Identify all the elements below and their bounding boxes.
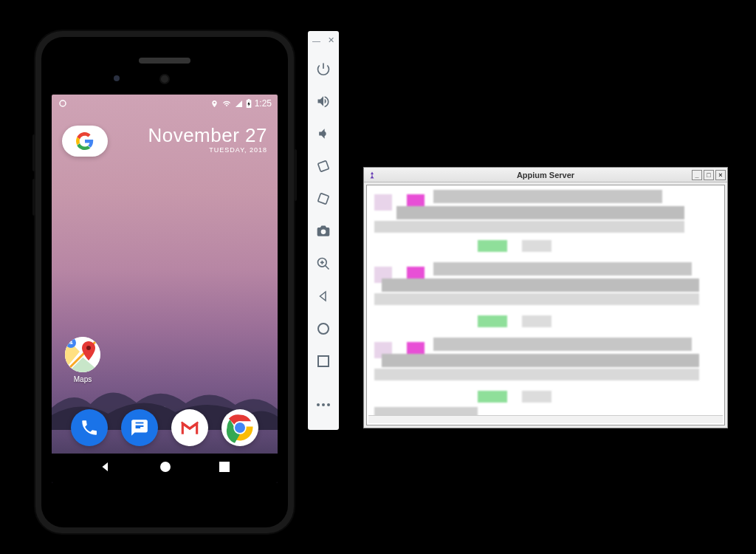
phone-bezel: 1:25 November 27 TUESDAY, 2018 bbox=[41, 37, 288, 527]
day-line: TUESDAY, 2018 bbox=[148, 146, 267, 154]
window-title: Appium Server bbox=[364, 171, 727, 179]
messages-icon bbox=[130, 418, 149, 437]
home-button[interactable] bbox=[308, 312, 339, 345]
volume-down-button[interactable] bbox=[308, 117, 339, 150]
front-camera bbox=[159, 74, 170, 84]
svg-point-22 bbox=[322, 403, 325, 406]
svg-point-4 bbox=[86, 346, 91, 350]
svg-rect-2 bbox=[247, 99, 250, 100]
appium-server-window[interactable]: Appium Server _ □ × bbox=[363, 167, 728, 428]
svg-rect-20 bbox=[318, 356, 329, 366]
maps-icon: G bbox=[65, 337, 100, 372]
date-widget[interactable]: November 27 TUESDAY, 2018 bbox=[148, 126, 267, 154]
battery-icon bbox=[246, 99, 252, 108]
svg-point-0 bbox=[60, 100, 66, 106]
nav-home[interactable] bbox=[159, 461, 171, 476]
appium-log-area[interactable] bbox=[366, 185, 725, 425]
phone-volume-down bbox=[32, 179, 35, 216]
date-line: November 27 bbox=[148, 126, 267, 145]
sensor bbox=[114, 75, 120, 81]
phone-volume-up bbox=[32, 134, 35, 171]
svg-rect-12 bbox=[219, 462, 230, 472]
android-status-bar: 1:25 bbox=[52, 95, 278, 112]
back-icon bbox=[317, 290, 330, 303]
emulator-toolbar: — ✕ bbox=[308, 31, 339, 430]
svg-text:G: G bbox=[69, 341, 73, 345]
app-label: Maps bbox=[65, 375, 100, 383]
svg-point-11 bbox=[160, 462, 171, 472]
zoom-icon bbox=[316, 256, 331, 271]
rotate-left-button[interactable] bbox=[308, 150, 339, 182]
nav-back[interactable] bbox=[99, 460, 112, 476]
appium-icon bbox=[367, 170, 377, 180]
android-nav-bar bbox=[52, 454, 278, 483]
window-titlebar[interactable]: Appium Server _ □ × bbox=[364, 168, 727, 182]
speaker bbox=[139, 58, 190, 64]
overview-icon bbox=[317, 355, 329, 367]
google-search-pill[interactable] bbox=[62, 126, 108, 157]
nav-overview[interactable] bbox=[219, 461, 230, 476]
volume-up-button[interactable] bbox=[308, 85, 339, 117]
svg-rect-14 bbox=[318, 194, 329, 205]
more-icon bbox=[316, 403, 331, 407]
svg-line-16 bbox=[326, 266, 329, 270]
dock-messages[interactable] bbox=[121, 409, 158, 446]
phone-power bbox=[294, 149, 297, 201]
toolbar-minimize[interactable]: — bbox=[312, 36, 320, 45]
status-dot-icon bbox=[59, 100, 66, 107]
dock bbox=[52, 402, 278, 454]
phone-screen[interactable]: 1:25 November 27 TUESDAY, 2018 bbox=[52, 95, 278, 483]
dock-gmail[interactable] bbox=[171, 409, 208, 446]
power-button[interactable] bbox=[308, 52, 339, 85]
phone-icon bbox=[80, 418, 99, 437]
phone-emulator-frame: 1:25 November 27 TUESDAY, 2018 bbox=[35, 31, 294, 533]
volume-up-icon bbox=[316, 94, 331, 109]
win-close[interactable]: × bbox=[715, 170, 726, 180]
chrome-icon bbox=[224, 412, 255, 443]
power-icon bbox=[316, 61, 331, 76]
cell-icon bbox=[235, 100, 243, 108]
dock-phone[interactable] bbox=[71, 409, 108, 446]
more-button[interactable] bbox=[308, 389, 339, 421]
clock-text: 1:25 bbox=[255, 98, 272, 109]
svg-rect-13 bbox=[318, 161, 329, 172]
google-g-icon bbox=[76, 132, 94, 150]
home-icon bbox=[317, 322, 330, 335]
win-maximize[interactable]: □ bbox=[704, 170, 714, 180]
zoom-button[interactable] bbox=[308, 247, 339, 280]
rotate-right-button[interactable] bbox=[308, 182, 339, 215]
toolbar-close[interactable]: ✕ bbox=[328, 35, 334, 45]
svg-point-23 bbox=[327, 403, 330, 406]
app-maps[interactable]: G Maps bbox=[65, 337, 100, 383]
svg-point-21 bbox=[317, 403, 320, 406]
rotate-right-icon bbox=[316, 191, 331, 206]
volume-down-icon bbox=[316, 126, 331, 141]
overview-button[interactable] bbox=[308, 345, 339, 377]
screenshot-button[interactable] bbox=[308, 215, 339, 247]
dock-chrome[interactable] bbox=[221, 409, 258, 446]
svg-point-19 bbox=[318, 324, 329, 334]
gmail-icon bbox=[179, 417, 201, 439]
rotate-left-icon bbox=[316, 159, 331, 174]
camera-icon bbox=[316, 224, 331, 239]
wifi-icon bbox=[221, 100, 232, 108]
win-minimize[interactable]: _ bbox=[692, 170, 702, 180]
back-button[interactable] bbox=[308, 280, 339, 312]
location-icon bbox=[210, 100, 219, 108]
